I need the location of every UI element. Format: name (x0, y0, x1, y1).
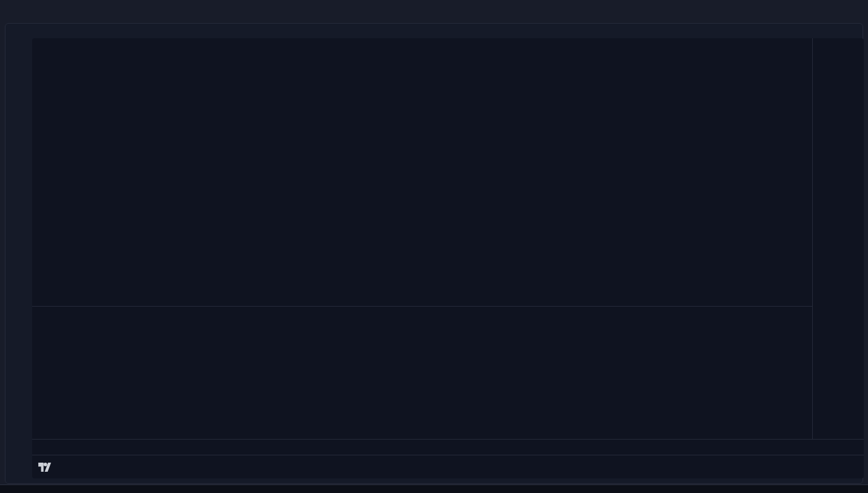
price-pane[interactable] (32, 38, 812, 304)
chart-container (5, 23, 863, 484)
time-axis[interactable] (32, 439, 864, 455)
tradingview-logo-icon[interactable] (38, 463, 52, 472)
chart-widget[interactable] (32, 38, 864, 478)
footer-bar (0, 484, 868, 493)
fii-position-line-chart[interactable] (32, 307, 812, 439)
price-scale[interactable] (812, 38, 864, 439)
tradingview-chart-page (0, 0, 868, 493)
attribution-row (32, 455, 864, 478)
nse-index-line-chart[interactable] (32, 38, 812, 304)
indicator-pane[interactable] (32, 306, 812, 439)
